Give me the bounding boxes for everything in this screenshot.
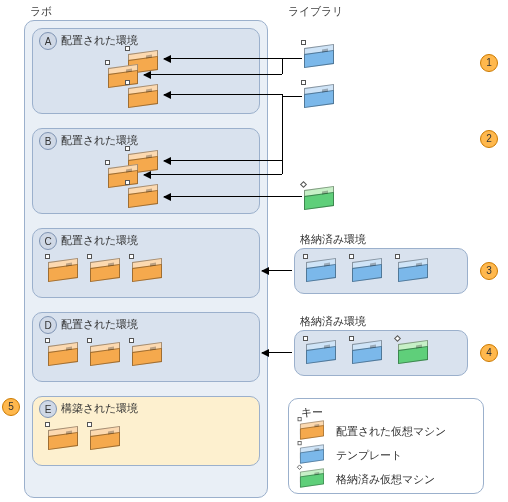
legend-title: キー bbox=[301, 405, 323, 420]
template-tile bbox=[352, 260, 382, 282]
vm-tile bbox=[48, 428, 78, 450]
vm-tile bbox=[90, 428, 120, 450]
vm-tile bbox=[108, 166, 138, 188]
legend-swatch-template bbox=[300, 446, 324, 464]
vm-tile bbox=[132, 260, 162, 282]
template-tile bbox=[306, 260, 336, 282]
arrow bbox=[164, 94, 282, 95]
callout-1: 1 bbox=[480, 54, 498, 72]
callout-5: 5 bbox=[2, 398, 20, 416]
env-letter-c: C bbox=[39, 232, 57, 250]
vm-tile bbox=[128, 86, 158, 108]
template-tile bbox=[306, 342, 336, 364]
legend-swatch-stored bbox=[300, 470, 324, 488]
template-tile bbox=[398, 260, 428, 282]
vm-tile bbox=[48, 344, 78, 366]
legend-label-stored: 格納済み仮想マシン bbox=[336, 472, 435, 487]
template-tile bbox=[352, 342, 382, 364]
callout-4: 4 bbox=[480, 344, 498, 362]
env-letter-a: A bbox=[39, 32, 57, 50]
stored-vm-tile bbox=[304, 188, 334, 210]
arrow-tail bbox=[282, 96, 302, 97]
legend-swatch-deployed bbox=[300, 422, 324, 440]
stored-env-2-label: 格納済み環境 bbox=[300, 314, 366, 329]
library-header: ライブラリ bbox=[288, 4, 343, 19]
env-letter-d: D bbox=[39, 316, 57, 334]
callout-3: 3 bbox=[480, 262, 498, 280]
legend-label-template: テンプレート bbox=[336, 448, 402, 463]
template-tile bbox=[304, 46, 334, 68]
arrow bbox=[262, 270, 292, 271]
arrow bbox=[144, 174, 282, 175]
env-letter-e: E bbox=[39, 400, 57, 418]
vm-tile bbox=[48, 260, 78, 282]
lab-header: ラボ bbox=[30, 4, 52, 19]
env-label-d: 配置された環境 bbox=[61, 317, 138, 332]
stored-env-1-label: 格納済み環境 bbox=[300, 232, 366, 247]
vm-tile bbox=[128, 186, 158, 208]
arrow bbox=[262, 352, 292, 353]
vm-tile bbox=[132, 344, 162, 366]
env-letter-b: B bbox=[39, 132, 57, 150]
vm-tile bbox=[90, 260, 120, 282]
arrow bbox=[164, 160, 282, 161]
stored-vm-tile bbox=[398, 342, 428, 364]
vm-tile bbox=[90, 344, 120, 366]
arrow bbox=[144, 74, 282, 75]
env-label-e: 構築された環境 bbox=[61, 401, 138, 416]
arrow-joint bbox=[282, 94, 283, 174]
legend-label-deployed: 配置された仮想マシン bbox=[336, 424, 446, 439]
arrow-joint bbox=[282, 58, 283, 74]
callout-2: 2 bbox=[480, 130, 498, 148]
vm-tile bbox=[108, 66, 138, 88]
arrow-tail bbox=[282, 58, 302, 59]
template-tile bbox=[304, 86, 334, 108]
arrow bbox=[164, 196, 302, 197]
env-label-c: 配置された環境 bbox=[61, 233, 138, 248]
